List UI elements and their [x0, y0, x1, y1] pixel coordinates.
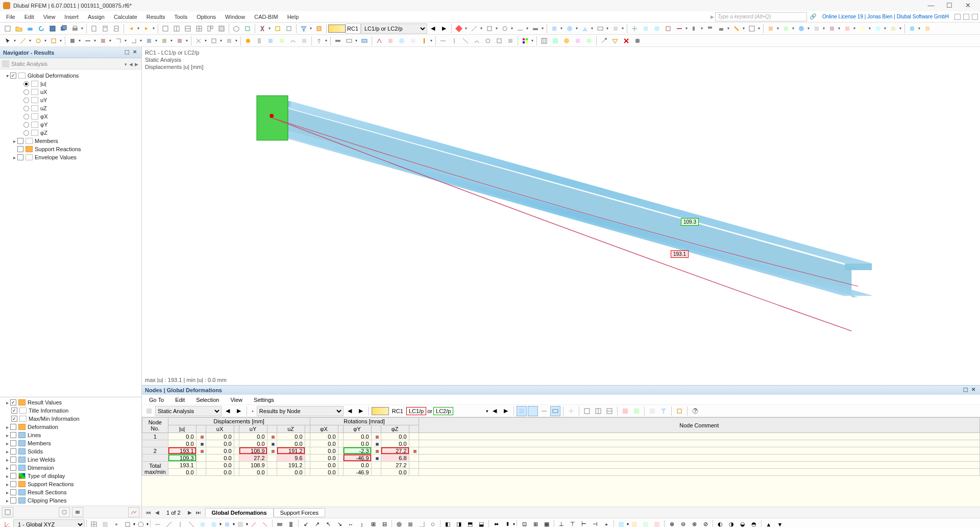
t2-44[interactable]: [599, 36, 609, 46]
rp-tb-10[interactable]: [631, 406, 642, 416]
t2-cursor[interactable]: [3, 36, 13, 46]
tbr-2[interactable]: [469, 23, 479, 34]
t2-24[interactable]: [344, 36, 354, 46]
color-swatch[interactable]: [328, 25, 346, 33]
lower-lines[interactable]: ▸Lines: [1, 431, 140, 439]
view2-button[interactable]: [172, 23, 182, 34]
rp-results-by[interactable]: Results by Node: [257, 406, 344, 416]
rp-nav-last[interactable]: ⏭: [195, 510, 202, 515]
t2-46[interactable]: [621, 36, 631, 46]
t2-20[interactable]: [288, 36, 298, 46]
bt-57[interactable]: ▲: [764, 519, 774, 528]
bt-53[interactable]: ◐: [715, 519, 725, 528]
tbr-3[interactable]: [484, 23, 495, 34]
t2-12[interactable]: [175, 36, 185, 46]
rp-tb-1[interactable]: [517, 406, 527, 416]
rp-nav-prev[interactable]: ◀: [154, 510, 161, 515]
saveall-button[interactable]: [59, 23, 69, 34]
lower-maxmin[interactable]: Max/Min Information: [1, 415, 140, 423]
lower-dimension[interactable]: ▸Dimension: [1, 464, 140, 472]
tbr-6[interactable]: [530, 23, 541, 34]
bt-24[interactable]: ↕: [357, 519, 367, 528]
bt-22[interactable]: ↘: [334, 519, 345, 528]
bt-52[interactable]: ⊘: [700, 519, 710, 528]
rp-filter-next[interactable]: ▶: [234, 406, 244, 416]
navtab-3[interactable]: [72, 507, 83, 517]
bt-28[interactable]: [405, 519, 415, 528]
tbr-27[interactable]: [842, 23, 852, 34]
t2-37[interactable]: [505, 36, 516, 46]
redo-button[interactable]: [141, 23, 152, 34]
t2-23[interactable]: [333, 36, 343, 46]
t2-16[interactable]: [243, 36, 253, 46]
lower-line-welds[interactable]: ▸Line Welds: [1, 456, 140, 464]
bt-15[interactable]: [249, 519, 259, 528]
t2-9[interactable]: [129, 36, 139, 46]
t2-5[interactable]: [67, 36, 78, 46]
tbr-30[interactable]: [888, 23, 898, 34]
bt-39[interactable]: ▦: [542, 519, 552, 528]
bt-7[interactable]: [153, 519, 163, 528]
rp-tb-7[interactable]: [593, 406, 603, 416]
tree-members[interactable]: ▸Members: [1, 137, 140, 145]
bt-26[interactable]: ⊟: [379, 519, 389, 528]
table-row[interactable]: 109.3 0.0 27.2 9.6 0.0 -46.9 6.8: [142, 454, 980, 462]
t2-30[interactable]: [419, 36, 429, 46]
lower-solids[interactable]: ▸Solids: [1, 447, 140, 456]
rp-tb-6[interactable]: [582, 406, 592, 416]
navtab-4[interactable]: [128, 507, 139, 517]
rp-tab-deformations[interactable]: Global Deformations: [205, 508, 274, 517]
bt-40[interactable]: ⊥: [556, 519, 567, 528]
bt-21[interactable]: ↖: [323, 519, 333, 528]
bt-48[interactable]: [652, 519, 662, 528]
tree-uy[interactable]: uY: [1, 96, 140, 104]
tree-phiy[interactable]: φY: [1, 121, 140, 129]
tbr-21[interactable]: [747, 23, 757, 34]
bt-36[interactable]: ⬍: [502, 519, 512, 528]
t2-45[interactable]: [610, 36, 620, 46]
rpm-selection[interactable]: Selection: [191, 397, 224, 403]
menu-file[interactable]: File: [2, 13, 19, 21]
t2-27[interactable]: [385, 36, 396, 46]
rp-nav-next[interactable]: ▶: [186, 510, 193, 515]
menu-options[interactable]: Options: [192, 13, 220, 21]
view5-button[interactable]: [205, 23, 215, 34]
rp-tb-5[interactable]: [566, 406, 576, 416]
t2-14[interactable]: [209, 36, 219, 46]
link-icon[interactable]: 🔗: [808, 13, 818, 20]
doc-close-icon[interactable]: [972, 14, 978, 20]
view3-button[interactable]: [183, 23, 193, 34]
navtab-1[interactable]: [2, 507, 13, 517]
t2-19[interactable]: [277, 36, 287, 46]
t2-15[interactable]: [224, 36, 234, 46]
bt-18[interactable]: [286, 519, 296, 528]
tbr-24[interactable]: [796, 23, 806, 34]
list-button[interactable]: [284, 23, 294, 34]
filter-next[interactable]: ▶: [134, 62, 139, 67]
lower-type-display[interactable]: ▸Type of display: [1, 472, 140, 480]
tbr-16[interactable]: [674, 23, 684, 34]
rp-filter-prev[interactable]: ◀: [223, 406, 233, 416]
tree-global-deformations[interactable]: ▾ Global Deformations: [1, 71, 140, 80]
table-row[interactable]: 1 0.0 0.0 0.0 0.0 0.0 0.0 0.0: [142, 433, 980, 440]
filter-dd[interactable]: ▾: [124, 62, 128, 67]
viewport-canvas[interactable]: 109.3 193.1: [142, 47, 980, 385]
view4-button[interactable]: [194, 23, 204, 34]
navtab-2[interactable]: [59, 507, 70, 517]
tbr-29[interactable]: [873, 23, 883, 34]
menu-window[interactable]: Window: [221, 13, 249, 21]
lower-deformation[interactable]: ▸Deformation: [1, 423, 140, 431]
bt-17[interactable]: [275, 519, 285, 528]
bt-cs[interactable]: 1 - Global XYZ: [13, 519, 85, 528]
menu-insert[interactable]: Insert: [60, 13, 83, 21]
tbr-4[interactable]: [500, 23, 510, 34]
tree-ux[interactable]: uX: [1, 88, 140, 96]
new-button[interactable]: [3, 23, 13, 34]
calc-button[interactable]: [257, 23, 267, 34]
bt-cs-icon[interactable]: [3, 519, 13, 528]
tbr-14[interactable]: [652, 23, 662, 34]
tbr-18[interactable]: [705, 23, 715, 34]
bt-37[interactable]: ⊡: [519, 519, 529, 528]
tbr-20[interactable]: [731, 23, 742, 34]
bt-11[interactable]: [198, 519, 208, 528]
